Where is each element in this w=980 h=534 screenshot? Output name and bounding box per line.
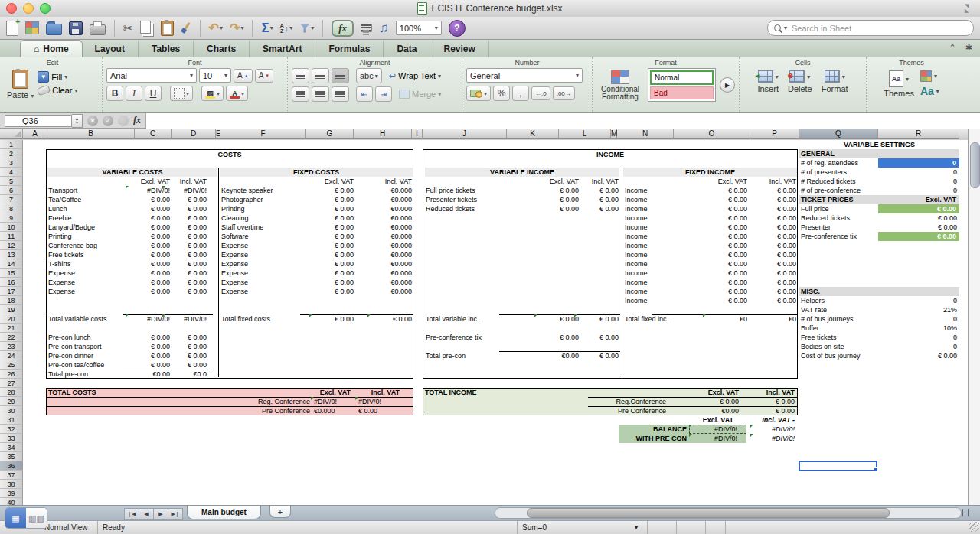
row-header-36[interactable]: 36	[0, 461, 23, 471]
total-income-incl-header[interactable]: Incl. VAT	[741, 388, 795, 397]
total-precon-costs-incl[interactable]: €0.0	[162, 370, 207, 379]
sheet-tab-main-budget[interactable]: Main budget	[187, 506, 261, 519]
variable-costs-row-label[interactable]: Freebie	[48, 213, 72, 223]
settings-row-label[interactable]: Helpers	[801, 296, 825, 305]
print-icon[interactable]	[90, 21, 106, 35]
settings-row-label[interactable]: # Reduced tickets	[801, 177, 856, 186]
fixed-costs-excl-header[interactable]: Excl. VAT	[300, 177, 354, 186]
fixed-costs-excl-value[interactable]: € 0.00	[309, 195, 354, 204]
total-precon-costs-label[interactable]: Total pre-con	[48, 370, 88, 379]
fixed-income-excl-value[interactable]: € 0.00	[703, 287, 747, 296]
number-format-dropdown[interactable]: General▾	[466, 68, 583, 83]
decrease-decimal-button[interactable]: .00→	[553, 86, 575, 100]
total-costs-incl-header[interactable]: Incl. VAT	[346, 388, 400, 397]
settings-row-label[interactable]: Presenter	[801, 223, 831, 232]
active-cell-Q36[interactable]	[799, 461, 877, 471]
fixed-costs-incl-value[interactable]: €0.000	[368, 269, 412, 278]
fixed-income-incl-value[interactable]: € 0.00	[752, 269, 796, 278]
insert-function-icon[interactable]: fx	[133, 115, 141, 126]
settings-section-general[interactable]: GENERAL	[799, 149, 959, 158]
tab-charts[interactable]: Charts	[194, 41, 250, 57]
column-header-Q[interactable]: Q	[799, 129, 878, 139]
fixed-income-row-label[interactable]: Income	[625, 223, 648, 232]
column-header-A[interactable]: A	[23, 129, 47, 139]
font-color-button[interactable]: A▾	[226, 86, 248, 101]
row-header-22[interactable]: 22	[0, 333, 23, 342]
increase-decimal-button[interactable]: ←.0	[531, 86, 550, 100]
settings-row-value[interactable]: € 0.00	[878, 232, 959, 241]
precon-cost-label[interactable]: Pre-con lunch	[48, 333, 91, 342]
variable-costs-row-label[interactable]: Expense	[48, 287, 75, 296]
total-costs-title[interactable]: TOTAL COSTS	[48, 388, 96, 397]
fixed-income-incl-value[interactable]: € 0.00	[752, 195, 796, 204]
row-header-32[interactable]: 32	[0, 425, 23, 434]
fixed-income-row-label[interactable]: Income	[625, 204, 648, 213]
fixed-income-row-label[interactable]: Income	[625, 213, 648, 223]
first-sheet-icon[interactable]: ❘◀	[124, 508, 139, 520]
style-bad[interactable]: Bad	[650, 86, 714, 99]
total-variable-income-excl[interactable]: € 0.00	[534, 314, 579, 324]
fixed-income-row-label[interactable]: Income	[625, 259, 648, 269]
variable-costs-row-label[interactable]: Lanyard/Badge	[48, 223, 95, 232]
precon-income-incl[interactable]: € 0.00	[574, 333, 619, 342]
fixed-income-row-label[interactable]: Income	[625, 186, 648, 195]
tab-review[interactable]: Review	[430, 41, 488, 57]
name-box-stepper[interactable]: ▲▼	[72, 114, 83, 128]
align-top-button[interactable]	[292, 68, 309, 83]
precon-cost-incl[interactable]: € 0.00	[162, 333, 207, 342]
variable-costs-incl-value[interactable]: € 0.00	[162, 250, 207, 259]
variable-costs-incl-value[interactable]: € 0.00	[162, 287, 207, 296]
fixed-income-incl-value[interactable]: € 0.00	[752, 287, 796, 296]
column-header-L[interactable]: L	[559, 129, 611, 139]
row-header-31[interactable]: 31	[0, 415, 23, 425]
total-precon-income-excl[interactable]: €0.00	[534, 351, 579, 360]
split-handle[interactable]	[962, 509, 969, 516]
clear-button[interactable]: Clear▾	[38, 86, 77, 95]
undo-icon[interactable]: ↶▾	[209, 22, 223, 34]
minimize-window-icon[interactable]	[23, 3, 34, 14]
borders-button[interactable]: ▾	[170, 86, 193, 101]
fixed-income-incl-value[interactable]: € 0.00	[752, 204, 796, 213]
tab-home[interactable]: ⌂Home	[20, 40, 83, 57]
align-middle-button[interactable]	[312, 68, 329, 83]
fixed-costs-row-label[interactable]: Keynote speaker	[221, 186, 273, 195]
theme-colors-button[interactable]: ▾	[920, 70, 939, 82]
decrease-font-button[interactable]: A▼	[255, 69, 274, 83]
balance-row-incl[interactable]: #DIV/0!	[750, 425, 795, 434]
fixed-costs-incl-value[interactable]: €0.000	[368, 278, 412, 287]
fixed-costs-incl-value[interactable]: €0.000	[368, 259, 412, 269]
tab-layout[interactable]: Layout	[82, 41, 139, 57]
settings-row-label[interactable]: Pre-conference tix	[801, 232, 857, 241]
add-sheet-button[interactable]: +	[270, 506, 291, 518]
fixed-costs-row-label[interactable]: Cleaning	[221, 213, 249, 223]
settings-row-label[interactable]: Bodies on site	[801, 342, 844, 351]
fixed-costs-excl-value[interactable]: € 0.00	[309, 232, 354, 241]
row-header-40[interactable]: 40	[0, 498, 23, 505]
fixed-costs-row-label[interactable]: Expense	[221, 259, 248, 269]
formula-input[interactable]	[145, 113, 980, 129]
align-bottom-button[interactable]	[332, 68, 349, 83]
font-size-dropdown[interactable]: 10▾	[199, 68, 231, 83]
fixed-income-excl-value[interactable]: € 0.00	[703, 296, 747, 305]
total-income-row-incl[interactable]: € 0.00	[750, 406, 795, 415]
precon-cost-incl[interactable]: € 0.00	[162, 342, 207, 351]
total-costs-row-label[interactable]: Pre Conference	[256, 406, 310, 415]
row-header-26[interactable]: 26	[0, 370, 23, 379]
fixed-costs-excl-value[interactable]: € 0.00	[309, 213, 354, 223]
font-family-dropdown[interactable]: Arial▾	[106, 68, 197, 83]
fixed-income-incl-value[interactable]: € 0.00	[752, 213, 796, 223]
total-income-row-incl[interactable]: € 0.00	[750, 397, 795, 406]
row-header-10[interactable]: 10	[0, 223, 23, 232]
variable-income-row-label[interactable]: Presenter tickets	[426, 195, 477, 204]
insert-cells-button[interactable]: ◂▾ Insert	[757, 68, 779, 93]
fixed-income-row-label[interactable]: Income	[625, 250, 648, 259]
column-header-M[interactable]: M	[611, 129, 617, 139]
paste-icon[interactable]	[161, 21, 174, 36]
total-precon-income-incl[interactable]: € 0.00	[574, 351, 619, 360]
total-fixed-income-incl[interactable]: €0	[752, 314, 796, 324]
fixed-costs-row-label[interactable]: Printing	[221, 204, 245, 213]
total-costs-excl-header[interactable]: Excl. VAT	[297, 388, 351, 397]
media-browser-icon[interactable]: ♫	[379, 21, 389, 34]
sort-icon[interactable]: A Z↓▾	[280, 23, 293, 34]
fixed-costs-row-label[interactable]: Expense	[221, 269, 248, 278]
